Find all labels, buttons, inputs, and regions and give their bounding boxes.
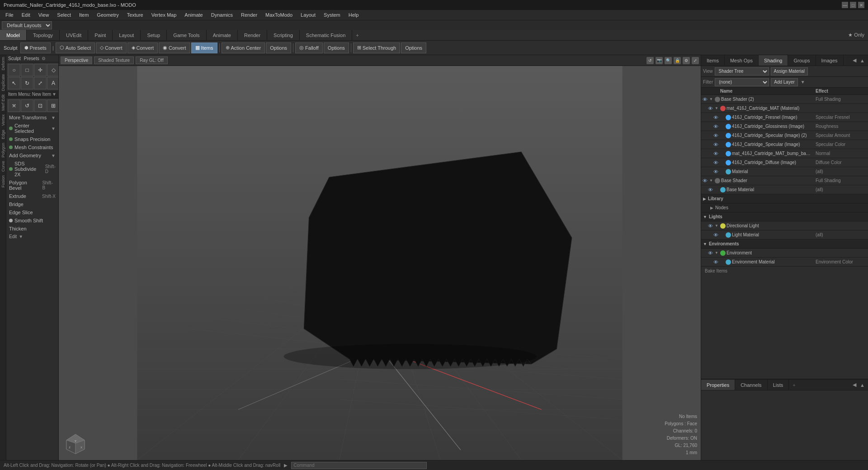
tool-diamond[interactable]: ◇ (47, 64, 58, 76)
shader-row-base-shader[interactable]: 👁 ▼ Base Shader (2) Full Shading (701, 95, 868, 104)
tool-square[interactable]: □ (21, 64, 33, 76)
add-layer-btn[interactable]: Add Layer (771, 78, 798, 86)
shader-row-light-material[interactable]: 👁 Light Material (all) (701, 230, 868, 240)
menu-view[interactable]: View (35, 11, 53, 19)
lights-section[interactable]: ▼ Lights (701, 212, 868, 221)
viewport-camera-icon[interactable]: 📷 (656, 57, 663, 64)
edge-tab[interactable]: Edge (0, 128, 6, 141)
close-button[interactable]: ✕ (858, 2, 864, 8)
shader-row-env-material[interactable]: 👁 Environment Material Environment Color (701, 258, 868, 267)
transform-move[interactable]: ⤧ (8, 99, 20, 112)
shader-row-base-material[interactable]: 👁 Base Material (all) (701, 185, 868, 194)
tab-scripting[interactable]: Scripting (267, 30, 300, 40)
vertex-tab[interactable]: Vertex (0, 113, 6, 128)
add-geometry-btn[interactable]: Add Geometry ▼ (6, 151, 58, 160)
expand-environment[interactable]: ▼ (714, 251, 719, 255)
shader-row-specular2[interactable]: 👁 416J_Cartridge_Specular (Image) (2) Sp… (701, 131, 868, 140)
shader-row-diffuse[interactable]: 👁 416J_Cartridge_Diffuse (Image) Diffuse… (701, 158, 868, 167)
vis-icon-glossiness[interactable]: 👁 (712, 123, 719, 130)
convert-button-2[interactable]: ◈ Convert (127, 42, 158, 53)
bridge-btn[interactable]: Bridge (6, 200, 58, 208)
fusion-tab[interactable]: Fusion (0, 174, 6, 189)
vis-icon-dir-light[interactable]: 👁 (707, 222, 714, 230)
vis-icon-env-material[interactable]: 👁 (712, 258, 719, 266)
tab-schematicfusion[interactable]: Schematic Fusion (300, 30, 352, 40)
tab-paint[interactable]: Paint (88, 30, 113, 40)
shader-row-fresnel[interactable]: 👁 416J_Cartridge_Fresnel (Image) Specula… (701, 113, 868, 122)
tool-rotate[interactable]: ↻ (21, 77, 33, 89)
expand-base-shader[interactable]: ▼ (708, 97, 714, 101)
edit-arrow[interactable]: ▼ (19, 234, 23, 239)
right-tab-meshops[interactable]: Mesh Ops (725, 55, 759, 66)
menu-texture[interactable]: Texture (123, 11, 147, 19)
polygon-bevel-btn[interactable]: Polygon Bevel Shift-B (6, 179, 58, 192)
shader-row-environment[interactable]: 👁 ▼ Environment (701, 249, 868, 258)
edge-slice-btn[interactable]: Edge Slice (6, 208, 58, 216)
tab-add-button[interactable]: + (352, 31, 362, 40)
shader-filter-select[interactable]: (none) (715, 78, 769, 86)
vis-icon-specular-color[interactable]: 👁 (712, 141, 719, 148)
menu-system[interactable]: System (320, 11, 344, 19)
right-tab-groups[interactable]: Groups (788, 55, 816, 66)
merf-edit-tab[interactable]: Merf Edit (0, 93, 6, 113)
transform-rotate[interactable]: ↺ (21, 99, 33, 112)
expand-dir-light[interactable]: ▼ (714, 224, 719, 228)
menu-edit[interactable]: Edit (18, 11, 34, 19)
shader-row-base-shader-2[interactable]: 👁 ▼ Base Shader Full Shading (701, 176, 868, 185)
command-input[interactable] (291, 462, 427, 469)
right-panel-expand-btn[interactable]: ▲ (859, 58, 866, 63)
right-panel-collapse-btn[interactable]: ◀ (851, 57, 858, 63)
item-menu-dropdown[interactable]: ▼ (52, 92, 57, 97)
menu-geometry[interactable]: Geometry (93, 11, 122, 19)
bake-items-btn[interactable]: Bake Items (701, 267, 868, 275)
vis-icon-specular2[interactable]: 👁 (712, 132, 719, 139)
sds-subdivide-btn[interactable]: SDS Subdivide 2X Shift-D (6, 160, 58, 179)
vis-icon-light-material[interactable]: 👁 (712, 231, 719, 239)
duplicate-tab[interactable]: Duplicate (0, 72, 6, 93)
shader-row-mat416j[interactable]: 👁 ▼ mat_416J_Cartridge_MAT (Material) (701, 104, 868, 113)
vis-icon-base-material[interactable]: 👁 (707, 186, 714, 193)
prop-tab-add[interactable]: + (789, 381, 799, 390)
tab-setup[interactable]: Setup (141, 30, 167, 40)
snaps-precision-btn[interactable]: Snaps Precision (6, 135, 58, 143)
viewport-lock-icon[interactable]: 🔒 (674, 57, 681, 64)
right-tab-shading[interactable]: Shading (759, 55, 788, 66)
tab-model[interactable]: Model (0, 30, 27, 40)
select-through-button[interactable]: ⊞ Select Through (353, 42, 400, 53)
shader-view-select[interactable]: Shader Tree (715, 67, 769, 75)
menu-dynamics[interactable]: Dynamics (208, 11, 236, 19)
vis-icon-base-shader-2[interactable]: 👁 (701, 177, 708, 184)
auto-select-button[interactable]: ⬡ Auto Select (56, 42, 95, 53)
items-button[interactable]: ▦ Items (191, 42, 217, 53)
extrude-btn[interactable]: Extrude Shift-X (6, 192, 58, 200)
tab-render[interactable]: Render (238, 30, 267, 40)
prop-tab-properties[interactable]: Properties (701, 380, 735, 390)
convert-button-3[interactable]: ◉ Convert (159, 42, 190, 53)
menu-maxtomodo[interactable]: MaxToModo (262, 11, 296, 19)
right-tab-images[interactable]: Images (816, 55, 844, 66)
shader-row-glossiness[interactable]: 👁 416J_Cartridge_Glossiness (Image) Roug… (701, 122, 868, 131)
vp-tab-raygl[interactable]: Ray GL: Off (136, 56, 168, 64)
tool-text[interactable]: A (47, 77, 58, 89)
center-selected-btn[interactable]: Center Selected ▼ (6, 122, 58, 135)
tab-topology[interactable]: Topology (27, 30, 60, 40)
environments-section[interactable]: ▼ Environments (701, 240, 868, 249)
shader-row-dir-light[interactable]: 👁 ▼ Directional Light (701, 221, 868, 230)
vp-tab-perspective[interactable]: Perspective (61, 56, 92, 64)
vis-icon-diffuse[interactable]: 👁 (712, 159, 719, 166)
maximize-button[interactable]: □ (850, 2, 856, 8)
tab-gametools[interactable]: Game Tools (167, 30, 207, 40)
vis-icon-fresnel[interactable]: 👁 (712, 114, 719, 121)
more-transforms-btn[interactable]: More Transforms ▼ (6, 113, 58, 122)
tab-uvedit[interactable]: UVEdit (60, 30, 88, 40)
presets-button[interactable]: ⬢ Presets (20, 42, 51, 53)
layout-dropdown[interactable]: Default Layouts (2, 21, 52, 29)
menu-item[interactable]: Item (75, 11, 92, 19)
menu-vertexmap[interactable]: Vertex Map (148, 11, 180, 19)
shader-row-material[interactable]: 👁 Material (all) (701, 167, 868, 176)
action-center-button[interactable]: ⊕ Action Center (222, 42, 265, 53)
options-button-1[interactable]: Options (266, 42, 291, 53)
tab-animate[interactable]: Animate (207, 30, 238, 40)
expand-base-shader-2[interactable]: ▼ (708, 179, 714, 183)
viewport-refresh-icon[interactable]: ↺ (646, 57, 654, 64)
